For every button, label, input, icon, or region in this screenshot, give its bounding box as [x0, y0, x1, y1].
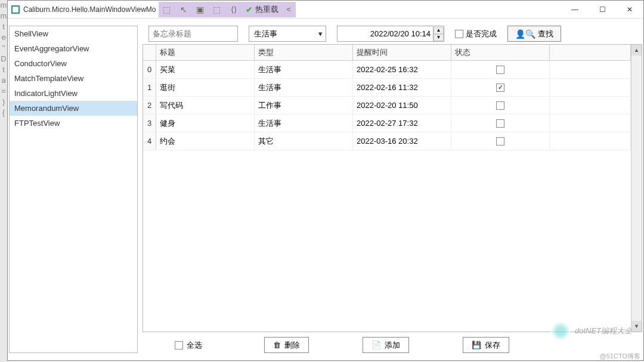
spin-down-icon[interactable]: ▼ [434, 34, 444, 41]
col-header-type[interactable]: 类型 [255, 45, 353, 60]
checkbox-icon[interactable] [455, 30, 463, 38]
app-icon [11, 5, 20, 14]
cell-status[interactable] [451, 132, 550, 150]
spinner[interactable]: ▲ ▼ [433, 27, 444, 41]
window-title: Caliburn.Micro.Hello.MainWindowViewMo [23, 5, 156, 14]
maximize-button[interactable]: ☐ [589, 1, 616, 18]
sidebar-item-conductorview[interactable]: ConductorView [10, 56, 137, 71]
row-index: 4 [143, 132, 156, 150]
add-icon: 📄 [371, 341, 381, 349]
cell-title[interactable]: 逛街 [156, 79, 255, 96]
tool-icon-2[interactable]: ↖ [175, 2, 192, 17]
vertical-scrollbar[interactable]: ▲ ▼ [631, 45, 642, 332]
check-icon: ✔ [246, 5, 253, 14]
table-row[interactable]: 4约会其它2022-03-16 20:32 [143, 132, 631, 150]
minimize-button[interactable]: — [561, 1, 589, 18]
row-index: 3 [143, 115, 156, 132]
scroll-up-icon[interactable]: ▲ [631, 45, 642, 55]
cell-time[interactable]: 2022-02-27 17:32 [353, 115, 451, 132]
select-all-label: 全选 [187, 340, 202, 351]
title-input[interactable] [148, 26, 238, 42]
save-button[interactable]: 💾 保存 [463, 337, 509, 353]
hot-reload-button[interactable]: ✔ 热重载 [242, 4, 282, 15]
cell-type[interactable]: 生活事 [255, 61, 353, 78]
cell-title[interactable]: 约会 [156, 132, 255, 150]
sidebar-item-memorandumview[interactable]: MemorandumView [10, 101, 137, 116]
scroll-down-icon[interactable]: ▼ [631, 321, 642, 332]
cell-type[interactable]: 工作事 [255, 97, 353, 114]
cell-time[interactable]: 2022-02-25 16:32 [353, 61, 451, 78]
cell-time[interactable]: 2022-02-16 11:32 [353, 79, 451, 96]
cell-empty [550, 61, 631, 78]
cell-empty [550, 79, 631, 96]
type-selected: 生活事 [249, 29, 315, 39]
person-search-icon: 👤🔍 [515, 29, 535, 39]
filter-row: 生活事 ▾ 2022/02/20 10:14 ▲ ▼ 是否完成 👤🔍 查找 [143, 26, 642, 42]
type-combo[interactable]: 生活事 ▾ [249, 26, 326, 42]
row-index: 2 [143, 97, 156, 114]
datetime-picker[interactable]: 2022/02/20 10:14 ▲ ▼ [337, 26, 444, 42]
trash-icon: 🗑 [273, 341, 281, 349]
table-row[interactable]: 0买菜生活事2022-02-25 16:32 [143, 61, 631, 79]
checkbox-icon[interactable] [496, 66, 504, 74]
add-label: 添加 [385, 340, 400, 351]
footer-credit: @51CTO博客 [600, 352, 640, 361]
checkbox-icon[interactable]: ✓ [496, 83, 504, 92]
dropdown-arrow-icon: ▾ [315, 29, 326, 38]
sidebar-item-shellview[interactable]: ShellView [10, 26, 137, 41]
row-index: 0 [143, 61, 156, 78]
cell-time[interactable]: 2022-02-20 11:50 [353, 97, 451, 114]
save-label: 保存 [485, 340, 500, 351]
col-header-empty [550, 45, 631, 60]
save-icon: 💾 [472, 341, 481, 349]
done-label: 是否完成 [466, 29, 497, 39]
sidebar-item-matchtemplateview[interactable]: MatchTemplateView [10, 71, 137, 86]
cell-status[interactable]: ✓ [451, 79, 550, 96]
done-filter[interactable]: 是否完成 [455, 29, 497, 39]
cell-time[interactable]: 2022-03-16 20:32 [353, 132, 451, 150]
sidebar-item-indicatorlightview[interactable]: IndicatorLightView [10, 86, 137, 101]
spin-up-icon[interactable]: ▲ [434, 27, 444, 34]
cell-title[interactable]: 写代码 [156, 97, 255, 114]
row-index: 1 [143, 79, 156, 96]
grid-header: 标题 类型 提醒时间 状态 [143, 45, 631, 61]
table-row[interactable]: 3健身生活事2022-02-27 17:32 [143, 115, 631, 132]
checkbox-icon[interactable] [496, 119, 504, 128]
add-button[interactable]: 📄 添加 [363, 337, 409, 353]
delete-button[interactable]: 🗑 删除 [264, 337, 309, 353]
search-button[interactable]: 👤🔍 查找 [507, 26, 561, 42]
tool-icon-1[interactable]: ⬚ [159, 2, 175, 17]
table-row[interactable]: 1逛街生活事2022-02-16 11:32✓ [143, 79, 631, 97]
tool-icon-5[interactable]: ⟨⟩ [225, 2, 242, 17]
checkbox-icon[interactable] [175, 341, 183, 349]
cell-empty [550, 115, 631, 132]
datetime-value: 2022/02/20 10:14 [338, 29, 433, 38]
select-all[interactable]: 全选 [166, 337, 210, 353]
tool-icon-3[interactable]: ▣ [192, 2, 209, 17]
watermark-logo-icon [551, 321, 570, 341]
close-button[interactable]: ✕ [616, 1, 643, 18]
cell-status[interactable] [451, 115, 550, 132]
sidebar-item-ftptestview[interactable]: FTPTestView [10, 116, 137, 131]
col-header-title[interactable]: 标题 [156, 45, 255, 60]
checkbox-icon[interactable] [496, 137, 504, 146]
cell-status[interactable] [451, 97, 550, 114]
tool-icon-4[interactable]: ⬚ [209, 2, 225, 17]
table-row[interactable]: 2写代码工作事2022-02-20 11:50 [143, 97, 631, 115]
cell-status[interactable] [451, 61, 550, 78]
checkbox-icon[interactable] [496, 101, 504, 110]
cell-type[interactable]: 其它 [255, 132, 353, 150]
hot-reload-label: 热重载 [255, 4, 278, 15]
cell-empty [550, 132, 631, 150]
cell-type[interactable]: 生活事 [255, 79, 353, 96]
cell-title[interactable]: 买菜 [156, 61, 255, 78]
cell-title[interactable]: 健身 [156, 115, 255, 132]
col-header-status[interactable]: 状态 [451, 45, 550, 60]
sidebar-item-eventaggregatorview[interactable]: EventAggregatorView [10, 41, 137, 56]
cell-type[interactable]: 生活事 [255, 115, 353, 132]
search-label: 查找 [538, 29, 553, 39]
debug-toolbar: ⬚ ↖ ▣ ⬚ ⟨⟩ ✔ 热重载 < [159, 2, 296, 17]
titlebar: Caliburn.Micro.Hello.MainWindowViewMo ⬚ … [8, 1, 643, 18]
chevron-left-icon[interactable]: < [282, 5, 296, 14]
col-header-time[interactable]: 提醒时间 [353, 45, 451, 60]
